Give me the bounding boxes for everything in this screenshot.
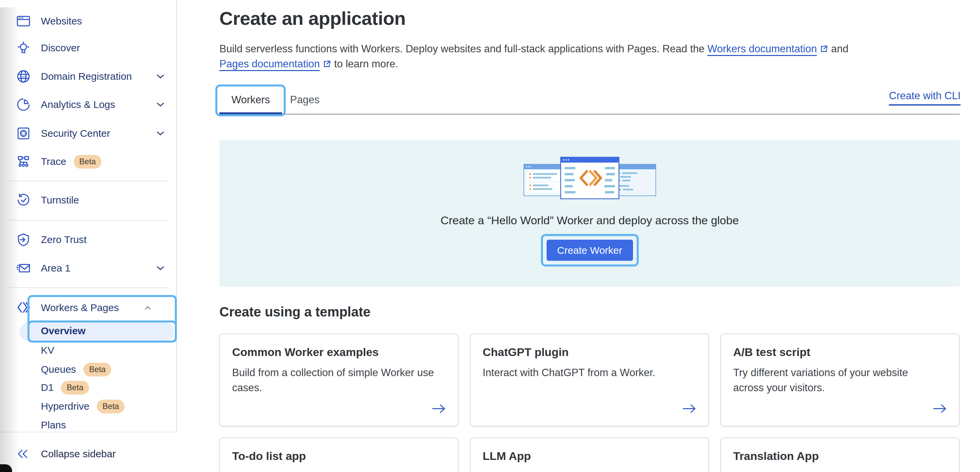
template-card-common-worker-examples[interactable]: Common Worker examples Build from a coll… xyxy=(220,333,458,426)
arrow-right-icon[interactable] xyxy=(933,403,947,415)
sidebar-divider xyxy=(9,220,168,220)
workers-brackets-icon xyxy=(15,300,32,315)
globe-icon: www xyxy=(15,69,32,84)
card-description: A simple to-do list application built by… xyxy=(232,469,439,472)
sidebar-subitem-hyperdrive[interactable]: Hyperdrive Beta xyxy=(0,397,177,416)
template-card-chatgpt-plugin[interactable]: ChatGPT plugin Interact with ChatGPT fro… xyxy=(470,333,709,426)
sidebar-item-zero-trust[interactable]: Zero Trust xyxy=(0,230,177,249)
beta-badge: Beta xyxy=(61,381,89,395)
double-chevron-left-icon xyxy=(15,449,31,459)
card-description: Interact with ChatGPT from a Worker. xyxy=(483,365,690,380)
sidebar-divider xyxy=(9,287,168,288)
tab-workers[interactable]: Workers xyxy=(220,86,282,113)
sidebar-item-label: Discover xyxy=(41,42,80,54)
beta-badge: Beta xyxy=(74,155,102,169)
external-link-icon xyxy=(323,58,331,72)
chevron-down-icon xyxy=(157,75,164,79)
illus-center-window xyxy=(561,157,619,199)
cloudflare-dashboard: Websites Discover www Domain Registra xyxy=(0,0,980,472)
card-title: LLM App xyxy=(483,450,531,462)
tab-bar-divider xyxy=(220,114,960,115)
collapse-sidebar-button[interactable]: Collapse sidebar xyxy=(0,445,177,463)
lightbulb-icon xyxy=(15,41,32,55)
sidebar-subitem-label: Hyperdrive xyxy=(41,400,89,412)
vault-icon xyxy=(15,126,32,141)
card-title: Common Worker examples xyxy=(232,346,379,359)
sidebar-item-label: Trace xyxy=(41,156,66,167)
card-title: Translation App xyxy=(733,450,819,462)
card-title: A/B test script xyxy=(733,346,811,359)
chevron-down-icon xyxy=(157,102,164,107)
chevron-down-icon xyxy=(157,266,164,271)
sidebar-item-security-center[interactable]: Security Center xyxy=(0,124,177,143)
turnstile-refresh-check-icon xyxy=(15,193,32,207)
template-card-llm-app[interactable]: LLM App Build an app using an LLM on a W… xyxy=(470,437,709,472)
sidebar-subitem-label: Queues xyxy=(41,364,76,375)
template-card-translation-app[interactable]: Translation App Translate from one langu… xyxy=(721,437,959,472)
sidebar-subitem-d1[interactable]: D1 Beta xyxy=(0,378,177,397)
sidebar-subitem-label: KV xyxy=(41,344,54,356)
card-description: Build from a collection of simple Worker… xyxy=(232,365,439,395)
sidebar-subitem-label: D1 xyxy=(41,382,54,393)
sidebar-item-domain-registration[interactable]: www Domain Registration xyxy=(0,67,177,86)
sidebar-subitem-queues[interactable]: Queues Beta xyxy=(0,360,177,379)
sidebar-item-label: Domain Registration xyxy=(41,71,132,82)
sidebar-item-label: Security Center xyxy=(41,128,110,139)
chevron-down-icon xyxy=(157,131,164,136)
sidebar-footer: Collapse sidebar xyxy=(0,432,177,472)
pages-documentation-link[interactable]: Pages documentation xyxy=(220,58,320,70)
description-line-2: Pages documentation to learn more. xyxy=(220,57,848,72)
sidebar-item-label: Area 1 xyxy=(41,263,70,274)
card-title: ChatGPT plugin xyxy=(483,346,569,359)
sidebar-item-area-1[interactable]: Area 1 xyxy=(0,259,177,277)
hero-illustration xyxy=(521,155,659,201)
sidebar-subitem-overview[interactable]: Overview xyxy=(0,322,177,340)
svg-text:www: www xyxy=(21,75,26,78)
mail-icon xyxy=(15,261,32,276)
shield-arrow-icon xyxy=(15,232,32,247)
tab-pages[interactable]: Pages xyxy=(288,86,321,113)
description-line-1: Build serverless functions with Workers.… xyxy=(220,42,848,57)
external-link-icon xyxy=(819,43,828,57)
hello-world-worker-panel: Create a “Hello World” Worker and deploy… xyxy=(220,140,960,287)
pie-chart-icon xyxy=(15,97,32,112)
sidebar-item-turnstile[interactable]: Turnstile xyxy=(0,191,177,209)
sidebar-item-label: Turnstile xyxy=(41,195,79,206)
page-title: Create an application xyxy=(220,7,406,29)
create-with-cli-link[interactable]: Create with CLI xyxy=(889,90,961,105)
card-description: Try different variations of your website… xyxy=(733,365,940,395)
browser-window-icon xyxy=(15,14,32,29)
sidebar-item-discover[interactable]: Discover xyxy=(0,38,177,57)
sidebar-item-label: Analytics & Logs xyxy=(41,99,115,110)
create-worker-button[interactable]: Create Worker xyxy=(547,240,633,261)
sidebar-item-trace[interactable]: Trace Beta xyxy=(0,152,177,171)
beta-badge: Beta xyxy=(83,363,111,376)
sidebar-item-label: Zero Trust xyxy=(41,234,87,246)
sidebar-subitem-kv[interactable]: KV xyxy=(0,341,177,360)
page-description: Build serverless functions with Workers.… xyxy=(220,42,848,72)
sidebar-item-analytics-logs[interactable]: Analytics & Logs xyxy=(0,95,177,114)
card-title: To-do list app xyxy=(232,450,306,462)
sidebar-item-label: Workers & Pages xyxy=(41,302,119,313)
collapse-sidebar-label: Collapse sidebar xyxy=(41,448,116,459)
arrow-right-icon[interactable] xyxy=(682,403,696,415)
beta-badge: Beta xyxy=(97,400,125,413)
arrow-right-icon[interactable] xyxy=(432,403,446,415)
sidebar-item-label: Websites xyxy=(41,16,82,27)
card-description: Translate from one language to another u… xyxy=(733,469,940,472)
workers-documentation-link[interactable]: Workers documentation xyxy=(707,43,817,55)
sidebar-item-workers-pages[interactable]: Workers & Pages xyxy=(0,298,177,317)
hero-headline: Create a “Hello World” Worker and deploy… xyxy=(220,214,960,227)
sidebar: Websites Discover www Domain Registra xyxy=(0,0,177,472)
sidebar-subitem-label: Overview xyxy=(41,325,85,336)
template-card-todo-list-app[interactable]: To-do list app A simple to-do list appli… xyxy=(220,437,458,472)
sidebar-item-websites[interactable]: Websites xyxy=(0,12,177,30)
chevron-up-icon xyxy=(145,306,151,310)
sidebar-subitem-label: Plans xyxy=(41,419,66,431)
trace-flowchart-icon xyxy=(15,154,32,169)
active-tab-underline xyxy=(220,112,282,115)
template-card-ab-test-script[interactable]: A/B test script Try different variations… xyxy=(721,333,959,426)
card-description: Build an app using an LLM on a Worker. xyxy=(483,469,690,472)
templates-section-heading: Create using a template xyxy=(220,305,371,319)
sidebar-divider xyxy=(9,181,168,181)
